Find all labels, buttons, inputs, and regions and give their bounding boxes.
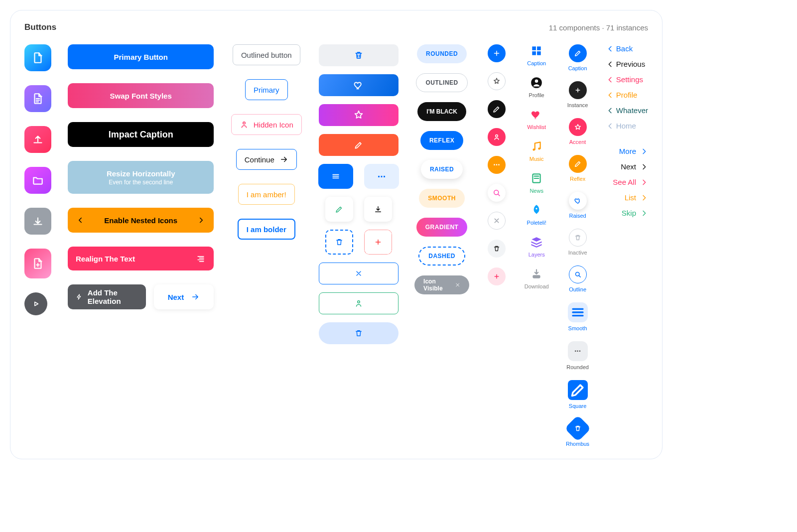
circle-plus-pink-button[interactable] bbox=[488, 267, 506, 285]
circle-pencil-button[interactable] bbox=[488, 100, 506, 118]
link-list[interactable]: List bbox=[606, 193, 648, 202]
circle-trash-button[interactable] bbox=[488, 240, 506, 258]
nested-icons-button[interactable]: Enable Nested Icons bbox=[68, 208, 214, 233]
labeled-smooth[interactable]: Smooth bbox=[568, 302, 588, 331]
circle-star-button[interactable] bbox=[488, 72, 506, 90]
circle-more-button[interactable]: ··· bbox=[488, 156, 506, 174]
continue-button[interactable]: Continue bbox=[236, 149, 297, 170]
layers-icon bbox=[530, 236, 543, 249]
circle-plus-button[interactable] bbox=[488, 44, 506, 62]
labeled-wishlist[interactable]: Wishlist bbox=[527, 108, 546, 130]
labeled-instance[interactable]: Instance bbox=[567, 81, 588, 108]
link-settings[interactable]: Settings bbox=[606, 75, 648, 84]
hidden-icon-button[interactable]: Hidden Icon bbox=[231, 114, 302, 135]
link-back[interactable]: Back bbox=[606, 44, 648, 53]
star-icon bbox=[573, 123, 582, 132]
circle-close-button[interactable] bbox=[488, 212, 506, 230]
download-button[interactable] bbox=[364, 197, 392, 222]
close-outline-button[interactable] bbox=[319, 263, 398, 284]
next-button[interactable]: Next bbox=[154, 284, 214, 309]
link-whatever[interactable]: Whatever bbox=[606, 106, 648, 115]
elevation-button[interactable]: Add The Elevation bbox=[68, 284, 145, 309]
download-icon bbox=[530, 267, 543, 280]
labeled-download[interactable]: Download bbox=[525, 267, 549, 289]
link-more[interactable]: More bbox=[606, 147, 648, 155]
outlined-button[interactable]: Outlined button bbox=[233, 44, 300, 65]
close-icon bbox=[492, 216, 501, 225]
chip-raised[interactable]: RAISED bbox=[421, 160, 463, 179]
link-profile[interactable]: Profile bbox=[606, 91, 648, 99]
labeled-rounded[interactable]: ···Rounded bbox=[566, 341, 589, 370]
labeled-reflex[interactable]: Reflex bbox=[569, 155, 587, 182]
user-outline-button[interactable] bbox=[319, 292, 398, 314]
edit-button[interactable] bbox=[325, 197, 353, 222]
labeled-profile[interactable]: Profile bbox=[529, 76, 544, 98]
trash-button[interactable] bbox=[319, 44, 398, 66]
iconbox-addfile[interactable] bbox=[24, 249, 51, 278]
pill-trash-button[interactable] bbox=[319, 322, 398, 344]
labeled-caption[interactable]: Caption bbox=[527, 44, 546, 66]
labeled-outline[interactable]: Outline bbox=[569, 266, 587, 292]
link-next[interactable]: Next bbox=[606, 162, 648, 171]
labeled-rhombus[interactable]: Rhombus bbox=[566, 419, 589, 447]
labeled-poleteli[interactable]: Poleteli! bbox=[527, 204, 546, 226]
labeled-square[interactable]: Square bbox=[568, 380, 588, 409]
link-previous[interactable]: Previous bbox=[606, 60, 648, 68]
labeled-layers[interactable]: Layers bbox=[529, 236, 545, 258]
chevron-right-icon bbox=[640, 209, 648, 217]
labeled-accent[interactable]: Accent bbox=[569, 118, 587, 145]
impact-button[interactable]: Impact Caption bbox=[68, 122, 214, 147]
more-button[interactable]: ··· bbox=[364, 164, 399, 189]
link-skip[interactable]: Skip bbox=[606, 209, 648, 217]
dotted-plus-button[interactable] bbox=[364, 230, 392, 255]
link-label: Settings bbox=[616, 75, 643, 84]
iconbox-play[interactable] bbox=[24, 292, 47, 315]
chip-dashed[interactable]: DASHED bbox=[418, 247, 465, 266]
chevron-left-icon bbox=[606, 76, 614, 84]
circle-user-button[interactable] bbox=[488, 128, 506, 146]
labeled-caption2[interactable]: Caption bbox=[568, 44, 587, 71]
bolder-button[interactable]: I am bolder bbox=[238, 219, 295, 240]
user-icon bbox=[354, 299, 363, 308]
iconbox-doc[interactable] bbox=[24, 85, 51, 112]
realign-button[interactable]: Realign The Text bbox=[68, 247, 214, 270]
pencil-icon bbox=[354, 140, 364, 150]
labeled-raised[interactable]: Raised bbox=[569, 192, 587, 219]
star-button[interactable] bbox=[319, 104, 398, 126]
dashed-trash-button[interactable] bbox=[325, 230, 353, 255]
chip-smooth[interactable]: SMOOTH bbox=[419, 189, 465, 208]
search-icon bbox=[492, 188, 501, 197]
labeled-news[interactable]: News bbox=[530, 172, 543, 194]
pencil-icon bbox=[573, 49, 582, 58]
chevron-left-icon bbox=[606, 91, 614, 99]
labeled-inactive[interactable]: Inactive bbox=[568, 229, 587, 256]
pencil-button[interactable] bbox=[319, 134, 398, 156]
iconbox-download[interactable] bbox=[24, 208, 51, 235]
chip-icon-visible[interactable]: Icon Visible bbox=[414, 275, 469, 294]
resize-button[interactable]: Resize Horizontally Even for the second … bbox=[68, 161, 214, 194]
link-home[interactable]: Home bbox=[606, 122, 648, 130]
link-see-all[interactable]: See All bbox=[606, 178, 648, 186]
iconbox-upload[interactable] bbox=[24, 126, 51, 153]
chip-outlined[interactable]: OUTLINED bbox=[416, 73, 467, 92]
circle-search-button[interactable] bbox=[488, 184, 506, 202]
outlined-primary[interactable]: Primary bbox=[245, 79, 288, 100]
chip-gradient[interactable]: GRADIENT bbox=[416, 218, 468, 237]
chip-reflex[interactable]: REFLEX bbox=[420, 131, 463, 150]
svg-point-3 bbox=[494, 190, 499, 195]
primary-button[interactable]: Primary Button bbox=[68, 44, 214, 69]
file-plus-icon bbox=[31, 257, 44, 270]
labeled-music[interactable]: Music bbox=[530, 140, 544, 162]
realign-label: Realign The Text bbox=[76, 255, 135, 263]
chip-rounded[interactable]: ROUNDED bbox=[417, 44, 467, 63]
menu-button[interactable] bbox=[318, 164, 353, 189]
swap-font-button[interactable]: Swap Font Styles bbox=[68, 83, 214, 108]
section-meta: 11 components · 71 instances bbox=[549, 23, 648, 32]
music-icon bbox=[530, 140, 543, 153]
heart-button[interactable] bbox=[319, 74, 398, 96]
iconbox-folder[interactable] bbox=[24, 167, 51, 194]
chip-black[interactable]: I'M BLACK bbox=[417, 102, 466, 121]
amber-button[interactable]: I am amber! bbox=[238, 184, 295, 205]
iconbox-file[interactable] bbox=[24, 44, 51, 71]
heart-icon bbox=[530, 108, 543, 121]
